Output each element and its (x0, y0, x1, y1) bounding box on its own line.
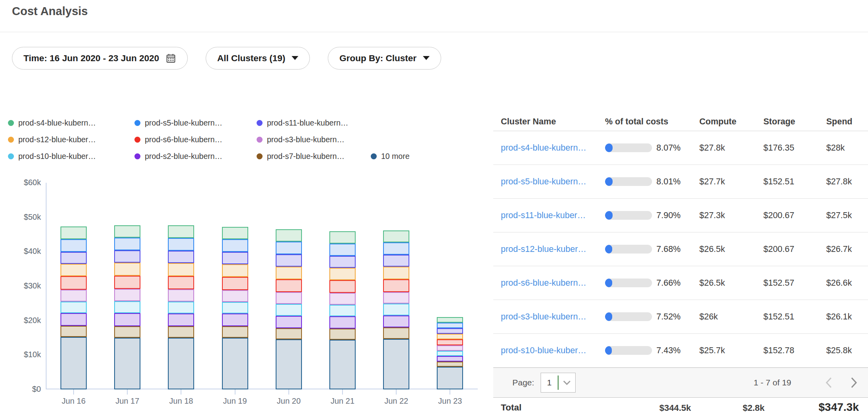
bar-segment[interactable] (437, 328, 463, 334)
legend-item[interactable]: prod-s11-blue-kubern… (257, 118, 348, 128)
page-select[interactable]: 1 (541, 373, 576, 393)
bar-segment[interactable] (168, 225, 194, 238)
bar-segment[interactable] (383, 242, 409, 255)
bar-segment[interactable] (168, 302, 194, 314)
cluster-name-link[interactable]: prod-s6-blue-kubern… (501, 278, 605, 288)
cluster-name-link[interactable]: prod-s11-blue-kuber… (501, 211, 605, 221)
bar-segment[interactable] (437, 339, 463, 345)
bar-segment[interactable] (60, 226, 87, 239)
time-range-filter-button[interactable]: Time: 16 Jun 2020 - 23 Jun 2020 (12, 47, 188, 70)
legend-item[interactable]: prod-s5-blue-kubern… (134, 118, 222, 128)
bar-segment[interactable] (276, 316, 302, 328)
bar-segment[interactable] (437, 367, 463, 389)
bar-segment[interactable] (276, 279, 302, 292)
bar-segment[interactable] (437, 351, 463, 356)
bar-segment[interactable] (168, 238, 194, 251)
cluster-name-link[interactable]: prod-s12-blue-kuber… (501, 244, 605, 254)
bar-segment[interactable] (60, 264, 87, 276)
bar-segment[interactable] (276, 229, 302, 242)
bar-segment[interactable] (114, 225, 140, 238)
bar-segment[interactable] (222, 227, 248, 239)
bar-segment[interactable] (437, 356, 463, 362)
bar-segment[interactable] (383, 315, 409, 327)
legend-item[interactable]: prod-s7-blue-kubern… (257, 151, 344, 161)
bar-segment[interactable] (114, 338, 140, 389)
legend-item[interactable]: prod-s3-blue-kubern… (257, 134, 344, 145)
bar-segment[interactable] (114, 301, 140, 313)
bar-segment[interactable] (383, 279, 409, 292)
bar-segment[interactable] (276, 304, 302, 315)
groupby-filter-button[interactable]: Group By: Cluster (328, 47, 441, 70)
bar-segment[interactable] (276, 328, 302, 340)
bar-segment[interactable] (222, 239, 248, 252)
bar-segment[interactable] (60, 239, 87, 252)
bar-segment[interactable] (168, 263, 194, 276)
bar-segment[interactable] (383, 339, 409, 389)
bar-segment[interactable] (329, 231, 356, 243)
bar-segment[interactable] (329, 280, 356, 293)
bar-segment[interactable] (114, 250, 140, 263)
bar-segment[interactable] (168, 289, 194, 302)
bar-segment[interactable] (437, 334, 463, 340)
bar-segment[interactable] (222, 338, 248, 389)
bar-segment[interactable] (60, 313, 87, 325)
bar-segment[interactable] (222, 326, 248, 338)
bar-segment[interactable] (60, 252, 87, 263)
bar-segment[interactable] (383, 327, 409, 339)
bar-segment[interactable] (222, 264, 248, 277)
prev-page-button[interactable] (825, 377, 832, 389)
bar-segment[interactable] (168, 314, 194, 326)
clusters-filter-button[interactable]: All Clusters (19) (206, 47, 310, 70)
bar-segment[interactable] (222, 252, 248, 264)
cluster-name-link[interactable]: prod-s4-blue-kubern… (501, 143, 605, 153)
bar-segment[interactable] (329, 268, 356, 280)
bar-segment[interactable] (276, 267, 302, 279)
bar-segment[interactable] (383, 292, 409, 304)
bar-segment[interactable] (437, 362, 463, 367)
legend-item[interactable]: prod-s10-blue-kuber… (8, 151, 96, 161)
legend-item[interactable]: 10 more (371, 151, 410, 161)
cluster-name-link[interactable]: prod-s10-blue-kuber… (501, 346, 605, 356)
cluster-name-link[interactable]: prod-s5-blue-kubern… (501, 177, 605, 187)
bar-segment[interactable] (60, 337, 87, 389)
cluster-name-link[interactable]: prod-s3-blue-kubern… (501, 312, 605, 322)
bar-segment[interactable] (60, 276, 87, 290)
bar-segment[interactable] (329, 244, 356, 256)
bar-segment[interactable] (114, 289, 140, 301)
bar-segment[interactable] (383, 230, 409, 242)
legend-item[interactable]: prod-s2-blue-kubern… (134, 151, 222, 161)
bar-segment[interactable] (437, 317, 463, 323)
bar-segment[interactable] (276, 292, 302, 304)
bar-segment[interactable] (329, 329, 356, 340)
bar-segment[interactable] (437, 323, 463, 328)
bar-segment[interactable] (276, 254, 302, 266)
bar-segment[interactable] (222, 290, 248, 302)
bar-segment[interactable] (329, 316, 356, 328)
bar-segment[interactable] (329, 293, 356, 304)
bar-segment[interactable] (329, 305, 356, 316)
bar-segment[interactable] (60, 326, 87, 337)
bar-segment[interactable] (168, 276, 194, 289)
bar-segment[interactable] (383, 267, 409, 279)
bar-segment[interactable] (383, 255, 409, 267)
bar-segment[interactable] (276, 339, 302, 389)
bar-segment[interactable] (329, 340, 356, 389)
bar-segment[interactable] (276, 242, 302, 254)
bar-segment[interactable] (168, 338, 194, 389)
bar-segment[interactable] (168, 326, 194, 338)
bar-segment[interactable] (437, 345, 463, 351)
bar-segment[interactable] (60, 302, 87, 313)
next-page-button[interactable] (850, 377, 858, 389)
bar-segment[interactable] (114, 326, 140, 338)
bar-segment[interactable] (383, 304, 409, 315)
bar-segment[interactable] (222, 314, 248, 326)
bar-segment[interactable] (114, 276, 140, 289)
bar-segment[interactable] (60, 290, 87, 302)
legend-item[interactable]: prod-s4-blue-kubern… (8, 118, 96, 128)
legend-item[interactable]: prod-s6-blue-kubern… (134, 134, 222, 145)
bar-segment[interactable] (168, 251, 194, 263)
bar-segment[interactable] (114, 263, 140, 276)
legend-item[interactable]: prod-s12-blue-kuber… (8, 134, 96, 145)
bar-segment[interactable] (329, 256, 356, 268)
bar-segment[interactable] (114, 238, 140, 250)
